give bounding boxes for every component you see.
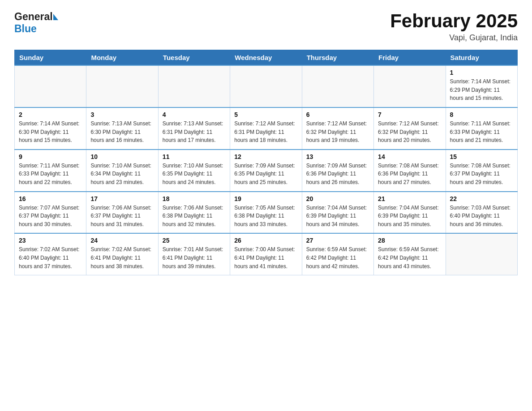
- day-number: 7: [378, 111, 441, 118]
- calendar-cell: 3Sunrise: 7:13 AM Sunset: 6:30 PM Daylig…: [86, 107, 158, 150]
- day-info: Sunrise: 7:07 AM Sunset: 6:37 PM Dayligh…: [19, 204, 82, 229]
- calendar-cell: 21Sunrise: 7:04 AM Sunset: 6:39 PM Dayli…: [374, 192, 446, 234]
- calendar-cell: [86, 65, 158, 107]
- calendar-cell: 9Sunrise: 7:11 AM Sunset: 6:33 PM Daylig…: [15, 150, 86, 192]
- day-number: 21: [378, 195, 441, 202]
- logo-blue-text: Blue: [14, 23, 58, 35]
- day-number: 5: [234, 111, 297, 118]
- calendar-cell: 28Sunrise: 6:59 AM Sunset: 6:42 PM Dayli…: [374, 233, 446, 275]
- day-number: 16: [19, 195, 82, 202]
- day-info: Sunrise: 7:02 AM Sunset: 6:41 PM Dayligh…: [90, 245, 154, 270]
- day-info: Sunrise: 7:12 AM Sunset: 6:31 PM Dayligh…: [234, 120, 297, 145]
- day-number: 9: [19, 153, 82, 160]
- day-info: Sunrise: 7:04 AM Sunset: 6:39 PM Dayligh…: [306, 204, 369, 229]
- calendar-day-header: Saturday: [446, 50, 517, 66]
- calendar-cell: 17Sunrise: 7:06 AM Sunset: 6:37 PM Dayli…: [86, 192, 158, 234]
- day-number: 1: [450, 69, 513, 76]
- calendar-cell: [158, 65, 230, 107]
- calendar-cell: 27Sunrise: 6:59 AM Sunset: 6:42 PM Dayli…: [302, 233, 373, 275]
- calendar-cell: 5Sunrise: 7:12 AM Sunset: 6:31 PM Daylig…: [230, 107, 302, 150]
- day-number: 18: [163, 195, 226, 202]
- day-info: Sunrise: 7:09 AM Sunset: 6:35 PM Dayligh…: [234, 162, 297, 187]
- day-number: 22: [450, 195, 513, 202]
- calendar-cell: 20Sunrise: 7:04 AM Sunset: 6:39 PM Dayli…: [302, 192, 373, 234]
- calendar-day-header: Thursday: [302, 50, 373, 66]
- day-number: 24: [90, 237, 154, 244]
- title-area: February 2025 Vapi, Gujarat, India: [390, 11, 518, 43]
- logo-general-text: General: [14, 11, 53, 23]
- day-number: 27: [306, 237, 369, 244]
- day-info: Sunrise: 7:13 AM Sunset: 6:30 PM Dayligh…: [90, 120, 154, 145]
- calendar-week-row: 23Sunrise: 7:02 AM Sunset: 6:40 PM Dayli…: [15, 233, 518, 275]
- day-number: 8: [450, 111, 513, 118]
- calendar-cell: 18Sunrise: 7:06 AM Sunset: 6:38 PM Dayli…: [158, 192, 230, 234]
- calendar-header-row: SundayMondayTuesdayWednesdayThursdayFrid…: [15, 50, 518, 66]
- day-info: Sunrise: 7:08 AM Sunset: 6:36 PM Dayligh…: [378, 162, 441, 187]
- calendar-day-header: Sunday: [15, 50, 86, 66]
- day-info: Sunrise: 6:59 AM Sunset: 6:42 PM Dayligh…: [378, 245, 441, 270]
- day-info: Sunrise: 7:09 AM Sunset: 6:36 PM Dayligh…: [306, 162, 369, 187]
- day-number: 14: [378, 153, 441, 160]
- calendar-cell: 13Sunrise: 7:09 AM Sunset: 6:36 PM Dayli…: [302, 150, 373, 192]
- day-number: 28: [378, 237, 441, 244]
- day-number: 20: [306, 195, 369, 202]
- logo-chevron-icon: [53, 14, 58, 20]
- calendar-week-row: 16Sunrise: 7:07 AM Sunset: 6:37 PM Dayli…: [15, 192, 518, 234]
- calendar-cell: 19Sunrise: 7:05 AM Sunset: 6:38 PM Dayli…: [230, 192, 302, 234]
- day-info: Sunrise: 7:04 AM Sunset: 6:39 PM Dayligh…: [378, 204, 441, 229]
- logo: General Blue: [14, 11, 58, 35]
- calendar-cell: 22Sunrise: 7:03 AM Sunset: 6:40 PM Dayli…: [446, 192, 517, 234]
- calendar-cell: 6Sunrise: 7:12 AM Sunset: 6:32 PM Daylig…: [302, 107, 373, 150]
- calendar-week-row: 2Sunrise: 7:14 AM Sunset: 6:30 PM Daylig…: [15, 107, 518, 150]
- calendar-day-header: Wednesday: [230, 50, 302, 66]
- day-info: Sunrise: 7:03 AM Sunset: 6:40 PM Dayligh…: [450, 204, 513, 229]
- day-number: 15: [450, 153, 513, 160]
- day-number: 2: [19, 111, 82, 118]
- day-info: Sunrise: 7:01 AM Sunset: 6:41 PM Dayligh…: [163, 245, 226, 270]
- calendar-cell: 11Sunrise: 7:10 AM Sunset: 6:35 PM Dayli…: [158, 150, 230, 192]
- day-info: Sunrise: 7:12 AM Sunset: 6:32 PM Dayligh…: [378, 120, 441, 145]
- day-number: 17: [90, 195, 154, 202]
- day-info: Sunrise: 7:06 AM Sunset: 6:38 PM Dayligh…: [163, 204, 226, 229]
- day-info: Sunrise: 7:06 AM Sunset: 6:37 PM Dayligh…: [90, 204, 154, 229]
- day-info: Sunrise: 7:05 AM Sunset: 6:38 PM Dayligh…: [234, 204, 297, 229]
- day-number: 13: [306, 153, 369, 160]
- calendar-cell: 8Sunrise: 7:11 AM Sunset: 6:33 PM Daylig…: [446, 107, 517, 150]
- day-info: Sunrise: 6:59 AM Sunset: 6:42 PM Dayligh…: [306, 245, 369, 270]
- calendar-cell: 10Sunrise: 7:10 AM Sunset: 6:34 PM Dayli…: [86, 150, 158, 192]
- calendar-day-header: Friday: [374, 50, 446, 66]
- calendar-week-row: 1Sunrise: 7:14 AM Sunset: 6:29 PM Daylig…: [15, 65, 518, 107]
- day-info: Sunrise: 7:11 AM Sunset: 6:33 PM Dayligh…: [450, 120, 513, 145]
- day-number: 25: [163, 237, 226, 244]
- day-number: 10: [90, 153, 154, 160]
- day-info: Sunrise: 7:11 AM Sunset: 6:33 PM Dayligh…: [19, 162, 82, 187]
- location-text: Vapi, Gujarat, India: [390, 33, 518, 43]
- day-info: Sunrise: 7:13 AM Sunset: 6:31 PM Dayligh…: [163, 120, 226, 145]
- calendar-cell: 16Sunrise: 7:07 AM Sunset: 6:37 PM Dayli…: [15, 192, 86, 234]
- calendar-cell: 23Sunrise: 7:02 AM Sunset: 6:40 PM Dayli…: [15, 233, 86, 275]
- day-number: 12: [234, 153, 297, 160]
- calendar-day-header: Monday: [86, 50, 158, 66]
- calendar-cell: [302, 65, 373, 107]
- calendar-cell: 4Sunrise: 7:13 AM Sunset: 6:31 PM Daylig…: [158, 107, 230, 150]
- day-number: 6: [306, 111, 369, 118]
- calendar-cell: 15Sunrise: 7:08 AM Sunset: 6:37 PM Dayli…: [446, 150, 517, 192]
- calendar-cell: 2Sunrise: 7:14 AM Sunset: 6:30 PM Daylig…: [15, 107, 86, 150]
- day-info: Sunrise: 7:12 AM Sunset: 6:32 PM Dayligh…: [306, 120, 369, 145]
- day-info: Sunrise: 7:14 AM Sunset: 6:30 PM Dayligh…: [19, 120, 82, 145]
- day-number: 19: [234, 195, 297, 202]
- calendar-cell: [374, 65, 446, 107]
- day-info: Sunrise: 7:14 AM Sunset: 6:29 PM Dayligh…: [450, 77, 513, 103]
- calendar-cell: 1Sunrise: 7:14 AM Sunset: 6:29 PM Daylig…: [446, 65, 517, 107]
- day-number: 3: [90, 111, 154, 118]
- calendar-cell: 7Sunrise: 7:12 AM Sunset: 6:32 PM Daylig…: [374, 107, 446, 150]
- month-title: February 2025: [390, 11, 518, 31]
- calendar-cell: 26Sunrise: 7:00 AM Sunset: 6:41 PM Dayli…: [230, 233, 302, 275]
- day-info: Sunrise: 7:08 AM Sunset: 6:37 PM Dayligh…: [450, 162, 513, 187]
- calendar-cell: 12Sunrise: 7:09 AM Sunset: 6:35 PM Dayli…: [230, 150, 302, 192]
- calendar-cell: 14Sunrise: 7:08 AM Sunset: 6:36 PM Dayli…: [374, 150, 446, 192]
- calendar-cell: 24Sunrise: 7:02 AM Sunset: 6:41 PM Dayli…: [86, 233, 158, 275]
- day-number: 4: [163, 111, 226, 118]
- calendar-table: SundayMondayTuesdayWednesdayThursdayFrid…: [14, 50, 518, 275]
- day-number: 23: [19, 237, 82, 244]
